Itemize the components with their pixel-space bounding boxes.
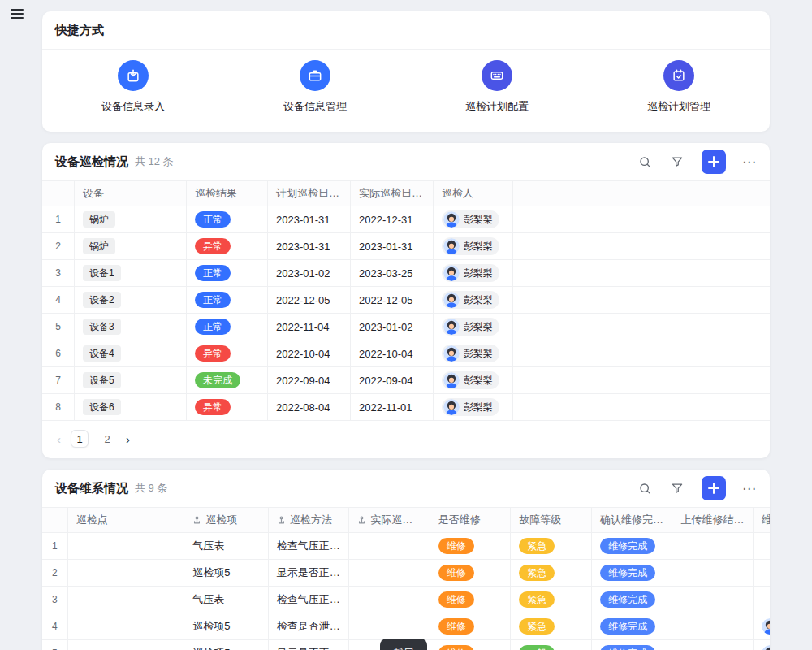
device-cell[interactable]: 设备3	[75, 314, 187, 340]
column-inspect-item[interactable]: 巡检项	[184, 508, 269, 532]
table-row[interactable]: 4 巡检项5 检查是否泄… 维修 紧急 维修完成	[42, 613, 770, 640]
column-plan-date[interactable]: 计划巡检日…	[268, 181, 351, 206]
inspect-method-cell[interactable]: 检查气压正…	[269, 533, 350, 559]
prev-page-icon[interactable]: ‹	[57, 433, 61, 445]
actual-inspect-cell[interactable]	[349, 587, 430, 613]
inspect-item-cell[interactable]: 巡检项5	[184, 613, 269, 639]
add-record-button[interactable]	[702, 476, 726, 500]
need-repair-cell[interactable]: 维修	[430, 533, 512, 559]
result-cell[interactable]: 异常	[187, 233, 268, 259]
actual-date-cell[interactable]: 2022-09-04	[351, 367, 434, 393]
shortcut-device-info-manage[interactable]: 设备信息管理	[283, 60, 347, 114]
inspect-method-cell[interactable]: 检查是否泄…	[269, 613, 350, 639]
table-row[interactable]: 7 设备5 未完成 2022-09-04 2022-09-04	[42, 367, 770, 394]
inspect-item-cell[interactable]: 巡检项5	[184, 560, 269, 586]
actual-date-cell[interactable]: 2022-12-05	[351, 287, 434, 313]
need-repair-cell[interactable]: 维修	[430, 587, 512, 613]
plan-date-cell[interactable]: 2022-09-04	[268, 367, 351, 393]
next-page-icon[interactable]: ›	[126, 433, 130, 445]
need-repair-cell[interactable]: 维修	[430, 613, 512, 639]
column-upload-result[interactable]: 上传维修结…	[672, 508, 754, 532]
actual-inspect-cell[interactable]	[349, 560, 430, 586]
plan-date-cell[interactable]: 2023-01-31	[268, 206, 351, 232]
result-cell[interactable]: 正常	[187, 314, 268, 340]
inspect-method-cell[interactable]: 显示是否正…	[269, 560, 350, 586]
search-icon[interactable]	[637, 480, 653, 496]
confirm-done-cell[interactable]: 维修完成	[592, 640, 673, 650]
need-repair-cell[interactable]: 维修	[430, 640, 512, 650]
person-cell[interactable]: 彭梨梨	[434, 287, 513, 313]
search-icon[interactable]	[637, 154, 653, 170]
person-cell[interactable]: 彭梨梨	[434, 394, 513, 420]
column-fault-level[interactable]: 故障等级	[511, 508, 592, 532]
more-icon[interactable]: ⋯	[742, 482, 757, 496]
table-row[interactable]: 3 气压表 检查气压正… 维修 紧急 维修完成	[42, 587, 770, 613]
fault-level-cell[interactable]: 一般	[511, 640, 592, 650]
filter-icon[interactable]	[669, 154, 685, 170]
repair-person-cell[interactable]	[754, 560, 770, 586]
person-cell[interactable]: 彭梨梨	[434, 340, 513, 366]
device-cell[interactable]: 设备4	[75, 340, 187, 366]
inspect-item-cell[interactable]: 巡检项5	[184, 640, 269, 650]
plan-date-cell[interactable]: 2023-01-31	[268, 233, 351, 259]
result-cell[interactable]: 正常	[187, 260, 268, 286]
actual-inspect-cell[interactable]	[349, 533, 430, 559]
column-actual-date[interactable]: 实际巡检日…	[351, 181, 434, 206]
shortcut-inspect-plan-manage[interactable]: 巡检计划管理	[647, 60, 710, 114]
confirm-done-cell[interactable]: 维修完成	[592, 613, 673, 639]
fault-level-cell[interactable]: 紧急	[511, 560, 592, 586]
plan-date-cell[interactable]: 2022-10-04	[268, 340, 351, 366]
inspect-point-cell[interactable]	[68, 560, 184, 586]
device-cell[interactable]: 设备2	[75, 287, 187, 313]
actual-date-cell[interactable]: 2022-11-01	[351, 394, 434, 420]
page-1-button[interactable]: 1	[71, 430, 89, 448]
device-cell[interactable]: 设备6	[75, 394, 187, 420]
column-result[interactable]: 巡检结果	[187, 181, 268, 206]
inspect-point-cell[interactable]	[68, 640, 184, 650]
column-device[interactable]: 设备	[75, 181, 187, 206]
table-row[interactable]: 8 设备6 异常 2022-08-04 2022-11-01	[42, 394, 770, 421]
person-cell[interactable]: 彭梨梨	[434, 314, 513, 340]
shortcut-inspect-plan-config[interactable]: 巡检计划配置	[465, 60, 529, 114]
repair-person-cell[interactable]	[754, 587, 770, 613]
repair-person-cell[interactable]	[754, 640, 770, 650]
confirm-done-cell[interactable]: 维修完成	[592, 587, 673, 613]
table-row[interactable]: 1 气压表 检查气压正… 维修 紧急 维修完成	[42, 533, 770, 560]
menu-icon[interactable]	[11, 9, 24, 19]
column-repair-person[interactable]: 维	[754, 508, 770, 532]
plan-date-cell[interactable]: 2023-01-02	[268, 260, 351, 286]
table-row[interactable]: 2 巡检项5 显示是否正… 维修 紧急 维修完成	[42, 560, 770, 587]
upload-result-cell[interactable]	[672, 640, 754, 650]
column-inspect-point[interactable]: 巡检点	[68, 508, 184, 532]
need-repair-cell[interactable]: 维修	[430, 560, 512, 586]
table-row[interactable]: 1 锅炉 正常 2023-01-31 2022-12-31	[42, 206, 770, 233]
upload-result-cell[interactable]	[672, 560, 754, 586]
repair-person-cell[interactable]	[754, 533, 770, 559]
device-cell[interactable]: 设备5	[75, 367, 187, 393]
result-cell[interactable]: 正常	[187, 206, 268, 232]
person-cell[interactable]: 彭梨梨	[434, 206, 513, 232]
more-icon[interactable]: ⋯	[742, 155, 757, 169]
table-row[interactable]: 6 设备4 异常 2022-10-04 2022-10-04	[42, 340, 770, 367]
person-cell[interactable]: 彭梨梨	[434, 233, 513, 259]
inspect-point-cell[interactable]	[68, 533, 184, 559]
person-cell[interactable]: 彭梨梨	[434, 367, 513, 393]
result-cell[interactable]: 正常	[187, 287, 268, 313]
fault-level-cell[interactable]: 紧急	[511, 613, 592, 639]
inspect-item-cell[interactable]: 气压表	[184, 533, 269, 559]
shortcut-device-info-entry[interactable]: 设备信息录入	[102, 60, 165, 114]
inspect-item-cell[interactable]: 气压表	[184, 587, 269, 613]
table-row[interactable]: 3 设备1 正常 2023-01-02 2023-03-25	[42, 260, 770, 287]
page-2-button[interactable]: 2	[98, 430, 116, 448]
upload-result-cell[interactable]	[672, 533, 754, 559]
table-row[interactable]: 4 设备2 正常 2022-12-05 2022-12-05	[42, 287, 770, 314]
actual-date-cell[interactable]: 2022-10-04	[351, 340, 434, 366]
result-cell[interactable]: 异常	[187, 340, 268, 366]
result-cell[interactable]: 未完成	[187, 367, 268, 393]
inspect-point-cell[interactable]	[68, 587, 184, 613]
inspect-method-cell[interactable]: 显示是否正…	[269, 640, 350, 650]
plan-date-cell[interactable]: 2022-12-05	[268, 287, 351, 313]
repair-person-cell[interactable]	[754, 613, 770, 639]
actual-date-cell[interactable]: 2023-01-02	[351, 314, 434, 340]
fault-level-cell[interactable]: 紧急	[511, 587, 592, 613]
